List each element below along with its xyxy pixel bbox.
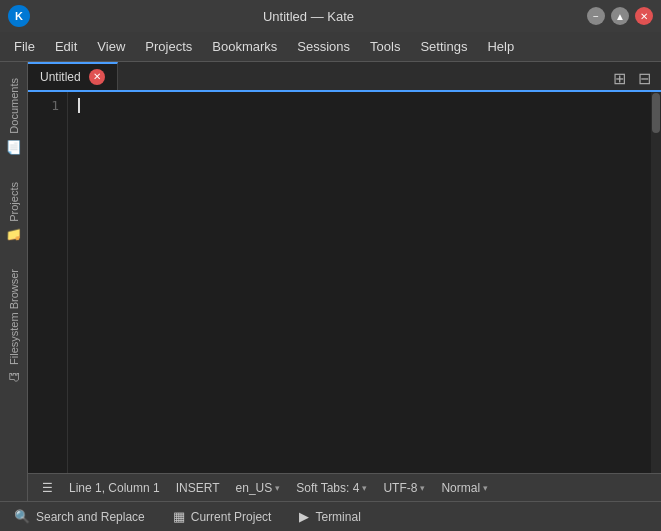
new-file-button[interactable]: ⊞ xyxy=(609,67,630,90)
editor-text-area[interactable] xyxy=(68,92,651,473)
terminal-label: Terminal xyxy=(315,510,360,524)
tab-untitled[interactable]: Untitled ✕ xyxy=(28,62,118,90)
kde-logo: K xyxy=(8,5,30,27)
current-project-label: Current Project xyxy=(191,510,272,524)
tool-terminal[interactable]: ▶ Terminal xyxy=(293,506,366,527)
menu-tools[interactable]: Tools xyxy=(360,35,410,58)
tab-bar: Untitled ✕ ⊞ ⊟ xyxy=(28,62,661,92)
scrollbar-thumb[interactable] xyxy=(652,93,660,133)
sidebar-label-filesystem: Filesystem Browser xyxy=(8,269,20,365)
search-icon: 🔍 xyxy=(14,509,30,524)
menu-edit[interactable]: Edit xyxy=(45,35,87,58)
status-hamburger[interactable]: ☰ xyxy=(36,479,59,497)
sidebar-tab-documents[interactable]: 📄 Documents xyxy=(2,66,25,170)
menu-bookmarks[interactable]: Bookmarks xyxy=(202,35,287,58)
highlight-chevron: ▾ xyxy=(483,483,488,493)
status-highlight[interactable]: Normal ▾ xyxy=(435,479,494,497)
indentation-text: Soft Tabs: 4 xyxy=(296,481,359,495)
encoding-chevron: ▾ xyxy=(420,483,425,493)
tab-label: Untitled xyxy=(40,70,81,84)
projects-icon: 📁 xyxy=(6,227,21,243)
project-icon: ▦ xyxy=(173,509,185,524)
hamburger-icon: ☰ xyxy=(42,481,53,495)
menu-view[interactable]: View xyxy=(87,35,135,58)
text-cursor xyxy=(78,98,80,113)
menu-help[interactable]: Help xyxy=(477,35,524,58)
menu-sessions[interactable]: Sessions xyxy=(287,35,360,58)
filesystem-icon: 🗂 xyxy=(6,371,21,384)
mode-text: INSERT xyxy=(176,481,220,495)
maximize-button[interactable]: ▲ xyxy=(611,7,629,25)
language-chevron: ▾ xyxy=(275,483,280,493)
tab-actions: ⊞ ⊟ xyxy=(609,67,661,90)
bottom-toolbar: 🔍 Search and Replace ▦ Current Project ▶… xyxy=(0,501,661,531)
menu-settings[interactable]: Settings xyxy=(410,35,477,58)
line-numbers: 1 xyxy=(28,92,68,473)
indentation-chevron: ▾ xyxy=(362,483,367,493)
sidebar-label-projects: Projects xyxy=(8,182,20,222)
tool-search-replace[interactable]: 🔍 Search and Replace xyxy=(8,506,151,527)
editor-area: Untitled ✕ ⊞ ⊟ 1 ☰ xyxy=(28,62,661,501)
status-mode[interactable]: INSERT xyxy=(170,479,226,497)
status-indentation[interactable]: Soft Tabs: 4 ▾ xyxy=(290,479,373,497)
status-position[interactable]: Line 1, Column 1 xyxy=(63,479,166,497)
minimize-button[interactable]: − xyxy=(587,7,605,25)
encoding-text: UTF-8 xyxy=(383,481,417,495)
tab-close-button[interactable]: ✕ xyxy=(89,69,105,85)
menu-projects[interactable]: Projects xyxy=(135,35,202,58)
search-replace-label: Search and Replace xyxy=(36,510,145,524)
position-text: Line 1, Column 1 xyxy=(69,481,160,495)
window-title: Untitled — Kate xyxy=(30,9,587,24)
main-area: 📄 Documents 📁 Projects 🗂 Filesystem Brow… xyxy=(0,62,661,501)
status-bar: ☰ Line 1, Column 1 INSERT en_US ▾ Soft T… xyxy=(28,473,661,501)
sidebar-tab-projects[interactable]: 📁 Projects xyxy=(2,170,25,258)
menu-bar: File Edit View Projects Bookmarks Sessio… xyxy=(0,32,661,62)
close-button[interactable]: ✕ xyxy=(635,7,653,25)
sidebar-label-documents: Documents xyxy=(8,78,20,134)
documents-icon: 📄 xyxy=(6,140,21,156)
title-bar: K Untitled — Kate − ▲ ✕ xyxy=(0,0,661,32)
window-controls: − ▲ ✕ xyxy=(587,7,653,25)
terminal-icon: ▶ xyxy=(299,509,309,524)
split-view-button[interactable]: ⊟ xyxy=(634,67,655,90)
status-language[interactable]: en_US ▾ xyxy=(230,479,287,497)
highlight-text: Normal xyxy=(441,481,480,495)
language-text: en_US xyxy=(236,481,273,495)
tool-current-project[interactable]: ▦ Current Project xyxy=(167,506,278,527)
sidebar: 📄 Documents 📁 Projects 🗂 Filesystem Brow… xyxy=(0,62,28,501)
sidebar-tab-filesystem[interactable]: 🗂 Filesystem Browser xyxy=(2,257,25,398)
line-number-1: 1 xyxy=(36,98,59,113)
menu-file[interactable]: File xyxy=(4,35,45,58)
status-encoding[interactable]: UTF-8 ▾ xyxy=(377,479,431,497)
scrollbar[interactable] xyxy=(651,92,661,473)
editor-content[interactable]: 1 xyxy=(28,92,661,473)
